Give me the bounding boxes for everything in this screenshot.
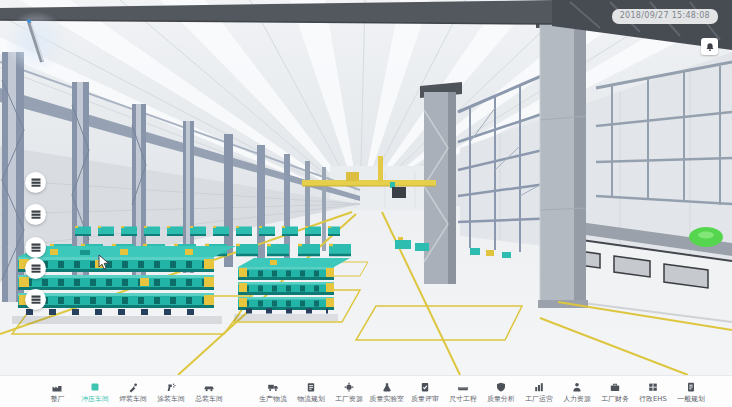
machine-marker-button[interactable]: [25, 258, 46, 279]
tab-label: 整厂: [50, 395, 64, 402]
highlight-marker: [5, 11, 67, 73]
tab-label: 工厂资源: [335, 395, 363, 402]
machine-marker-button[interactable]: [25, 289, 46, 310]
truck-icon: [267, 381, 279, 393]
module-factory-finance[interactable]: 工厂财务: [596, 381, 634, 403]
tab-label: 总装车间: [195, 395, 223, 402]
tab-whole-plant[interactable]: 整厂: [38, 381, 76, 403]
shield-icon: [495, 381, 507, 393]
tab-label: 质量实验室: [370, 395, 405, 402]
module-dimension-engineering[interactable]: 尺寸工程: [444, 381, 482, 403]
tab-label: 一般规划: [677, 395, 705, 402]
factory-scene: [0, 0, 732, 375]
tab-label: 质量评审: [411, 395, 439, 402]
flask-icon: [381, 381, 393, 393]
press-die-icon: [31, 264, 41, 273]
press-die-icon: [31, 243, 41, 252]
tab-label: 生产物流: [259, 395, 287, 402]
3d-viewport[interactable]: 2018/09/27 15:48:08: [0, 0, 732, 375]
bell-icon: [705, 42, 715, 52]
status-marker-green: [689, 227, 723, 247]
clipboard-icon: [305, 381, 317, 393]
tab-label: 工厂财务: [601, 395, 629, 402]
tab-stamping-workshop[interactable]: 冲压车间: [76, 381, 114, 403]
tab-label: 人力资源: [563, 395, 591, 402]
module-human-resources[interactable]: 人力资源: [558, 381, 596, 403]
timestamp: 2018/09/27 15:48:08: [612, 9, 718, 24]
tab-label: 涂装车间: [157, 395, 185, 402]
press-die-icon: [31, 210, 41, 219]
module-general-planning[interactable]: 一般规划: [672, 381, 710, 403]
tab-label: 工厂运营: [525, 395, 553, 402]
module-quality-review[interactable]: 质量评审: [406, 381, 444, 403]
document-icon: [685, 381, 697, 393]
person-icon: [571, 381, 583, 393]
bottom-toolbar: 整厂 冲压车间 焊装车间: [0, 375, 732, 407]
tab-label: 尺寸工程: [449, 395, 477, 402]
doc-check-icon: [419, 381, 431, 393]
tab-label: 行政EHS: [639, 395, 667, 402]
tab-label: 冲压车间: [81, 395, 109, 402]
bar-chart-icon: [533, 381, 545, 393]
tab-assembly-workshop[interactable]: 总装车间: [190, 381, 228, 403]
briefcase-icon: [609, 381, 621, 393]
module-logistics-planning[interactable]: 物流规划: [292, 381, 330, 403]
machine-marker-button[interactable]: [25, 204, 46, 225]
module-factory-operations[interactable]: 工厂运营: [520, 381, 558, 403]
module-production-logistics[interactable]: 生产物流: [254, 381, 292, 403]
module-quality-analysis[interactable]: 质量分析: [482, 381, 520, 403]
notification-button[interactable]: [701, 38, 718, 55]
assembly-car-icon: [203, 381, 215, 393]
machine-marker-button[interactable]: [25, 237, 46, 258]
press-die-icon: [31, 178, 41, 187]
stamping-press-icon: [89, 381, 101, 393]
module-quality-lab[interactable]: 质量实验室: [368, 381, 406, 403]
gear-icon: [343, 381, 355, 393]
module-factory-resources[interactable]: 工厂资源: [330, 381, 368, 403]
grid-icon: [647, 381, 659, 393]
tab-label: 焊装车间: [119, 395, 147, 402]
tab-label: 质量分析: [487, 395, 515, 402]
tab-label: 物流规划: [297, 395, 325, 402]
welding-torch-icon: [127, 381, 139, 393]
tab-welding-workshop[interactable]: 焊装车间: [114, 381, 152, 403]
tab-painting-workshop[interactable]: 涂装车间: [152, 381, 190, 403]
digital-twin-app: 2018/09/27 15:48:08: [0, 0, 732, 407]
module-admin-ehs[interactable]: 行政EHS: [634, 381, 672, 403]
paint-spray-icon: [165, 381, 177, 393]
factory-icon: [51, 381, 63, 393]
machine-marker-button[interactable]: [25, 172, 46, 193]
ruler-icon: [457, 381, 469, 393]
workshop-tabs: 整厂 冲压车间 焊装车间: [38, 381, 228, 403]
press-die-icon: [31, 295, 41, 304]
module-tabs: 生产物流 物流规划 工厂资源: [254, 381, 710, 403]
